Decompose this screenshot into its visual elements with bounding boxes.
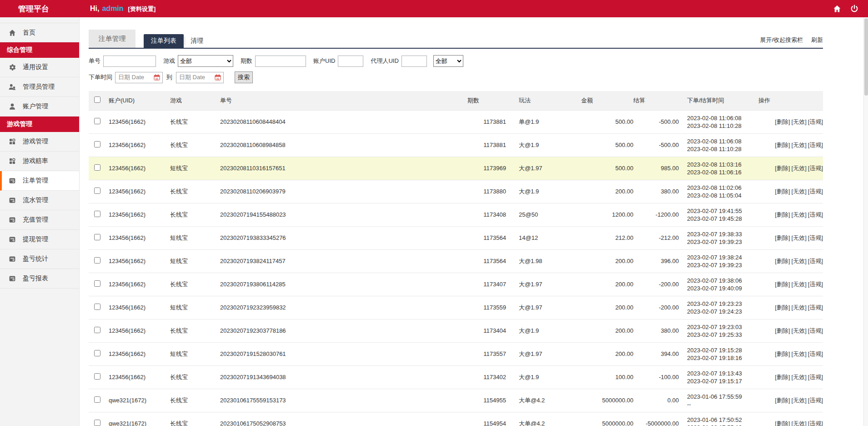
action-violation-link[interactable]: [违规] xyxy=(808,350,823,357)
action-violation-link[interactable]: [违规] xyxy=(808,211,823,218)
sidebar-item[interactable]: 首页 xyxy=(0,23,79,42)
row-checkbox[interactable] xyxy=(94,350,100,356)
cell-order: 20230207192323959832 xyxy=(220,296,467,319)
row-checkbox[interactable] xyxy=(94,420,100,426)
action-invalid-link[interactable]: [无效] xyxy=(792,420,807,426)
action-violation-link[interactable]: [违规] xyxy=(808,188,823,195)
game-select[interactable]: 全部 xyxy=(178,55,233,67)
action-delete-link[interactable]: [删除] xyxy=(775,188,790,195)
user-greeting: Hi, admin [资料设置] xyxy=(90,5,156,13)
sidebar-item[interactable]: 注单管理 xyxy=(0,171,79,191)
action-violation-link[interactable]: [违规] xyxy=(808,281,823,288)
sidebar-item[interactable]: 盈亏统计 xyxy=(0,249,79,269)
cell-game: 长线宝 xyxy=(170,203,220,226)
row-checkbox[interactable] xyxy=(94,118,100,124)
sidebar-item[interactable]: 通用设置 xyxy=(0,58,79,77)
action-violation-link[interactable]: [违规] xyxy=(808,258,823,264)
search-button[interactable]: 搜索 xyxy=(235,71,253,83)
action-invalid-link[interactable]: [无效] xyxy=(792,165,807,172)
action-delete-link[interactable]: [删除] xyxy=(775,304,790,311)
action-invalid-link[interactable]: [无效] xyxy=(792,234,807,241)
row-checkbox[interactable] xyxy=(94,211,100,217)
order-no-input[interactable] xyxy=(103,56,156,67)
action-violation-link[interactable]: [违规] xyxy=(808,327,823,334)
status-select[interactable]: 全部 xyxy=(433,55,463,67)
row-checkbox[interactable] xyxy=(94,396,100,403)
action-delete-link[interactable]: [删除] xyxy=(775,118,790,125)
cell-play: 大@1.97 xyxy=(506,296,581,319)
row-checkbox[interactable] xyxy=(94,280,100,287)
action-violation-link[interactable]: [违规] xyxy=(808,165,823,172)
issue-input[interactable] xyxy=(255,56,306,67)
select-all-checkbox[interactable] xyxy=(94,96,100,103)
action-invalid-link[interactable]: [无效] xyxy=(792,118,807,125)
row-checkbox[interactable] xyxy=(94,373,100,380)
action-delete-link[interactable]: [删除] xyxy=(775,327,790,334)
sidebar-item[interactable]: 流水管理 xyxy=(0,191,79,210)
refresh-link[interactable]: 刷新 xyxy=(811,36,823,44)
row-checkbox[interactable] xyxy=(94,188,100,194)
cell-game: 长线宝 xyxy=(170,319,220,342)
action-invalid-link[interactable]: [无效] xyxy=(792,258,807,264)
row-checkbox[interactable] xyxy=(94,257,100,264)
action-violation-link[interactable]: [违规] xyxy=(808,374,823,380)
action-invalid-link[interactable]: [无效] xyxy=(792,281,807,288)
agent-uid-input[interactable] xyxy=(401,56,427,67)
sidebar-item-label: 游戏赔率 xyxy=(23,157,48,165)
cell-issue: 1173880 xyxy=(467,180,506,203)
action-delete-link[interactable]: [删除] xyxy=(775,211,790,218)
scrollbar-thumb[interactable] xyxy=(864,18,868,96)
row-checkbox[interactable] xyxy=(94,141,100,147)
tab-order-list[interactable]: 注单列表 xyxy=(144,34,184,48)
profile-settings-link[interactable]: [资料设置] xyxy=(128,5,156,13)
calendar-icon[interactable]: 31 xyxy=(153,74,161,81)
sidebar-item[interactable]: 账户管理 xyxy=(0,97,79,117)
action-violation-link[interactable]: [违规] xyxy=(808,234,823,241)
row-checkbox[interactable] xyxy=(94,327,100,333)
action-invalid-link[interactable]: [无效] xyxy=(792,142,807,148)
action-violation-link[interactable]: [违规] xyxy=(808,304,823,311)
action-violation-link[interactable]: [违规] xyxy=(808,397,823,404)
tab-cleanup[interactable]: 清理 xyxy=(185,36,209,46)
toggle-search-link[interactable]: 展开/收起搜索栏 xyxy=(760,36,803,44)
action-violation-link[interactable]: [违规] xyxy=(808,420,823,426)
row-checkbox[interactable] xyxy=(94,304,100,310)
vertical-scrollbar[interactable] xyxy=(863,17,868,426)
action-delete-link[interactable]: [删除] xyxy=(775,258,790,264)
row-checkbox[interactable] xyxy=(94,234,100,240)
action-delete-link[interactable]: [删除] xyxy=(775,374,790,380)
action-violation-link[interactable]: [违规] xyxy=(808,142,823,148)
sidebar-item[interactable]: 充值管理 xyxy=(0,210,79,230)
action-violation-link[interactable]: [违规] xyxy=(808,118,823,125)
action-invalid-link[interactable]: [无效] xyxy=(792,211,807,218)
home-icon[interactable] xyxy=(833,4,842,13)
action-invalid-link[interactable]: [无效] xyxy=(792,397,807,404)
row-checkbox[interactable] xyxy=(94,164,100,171)
action-invalid-link[interactable]: [无效] xyxy=(792,374,807,380)
calendar-icon[interactable]: 31 xyxy=(214,74,221,81)
date-from-input[interactable]: 日期 Date 31 xyxy=(115,72,163,83)
header-time: 下单/结算时间 xyxy=(679,91,758,110)
action-invalid-link[interactable]: [无效] xyxy=(792,188,807,195)
sidebar-item[interactable]: 盈亏报表 xyxy=(0,269,79,289)
action-delete-link[interactable]: [删除] xyxy=(775,397,790,404)
action-delete-link[interactable]: [删除] xyxy=(775,165,790,172)
action-invalid-link[interactable]: [无效] xyxy=(792,350,807,357)
action-delete-link[interactable]: [删除] xyxy=(775,420,790,426)
sidebar-item[interactable]: 游戏赔率 xyxy=(0,152,79,171)
header-order-no: 单号 xyxy=(220,91,467,110)
action-invalid-link[interactable]: [无效] xyxy=(792,327,807,334)
action-delete-link[interactable]: [删除] xyxy=(775,350,790,357)
logout-power-icon[interactable] xyxy=(850,4,859,13)
action-invalid-link[interactable]: [无效] xyxy=(792,304,807,311)
sidebar-item[interactable]: 管理员管理 xyxy=(0,77,79,97)
account-uid-input[interactable] xyxy=(338,56,363,67)
sidebar-item[interactable]: 提现管理 xyxy=(0,230,79,249)
action-delete-link[interactable]: [删除] xyxy=(775,281,790,288)
action-delete-link[interactable]: [删除] xyxy=(775,234,790,241)
cell-issue: 1154955 xyxy=(467,389,506,412)
cell-play: 大@1.97 xyxy=(506,342,581,365)
action-delete-link[interactable]: [删除] xyxy=(775,142,790,148)
date-to-input[interactable]: 日期 Date 31 xyxy=(176,72,224,83)
sidebar-item[interactable]: 游戏管理 xyxy=(0,132,79,152)
